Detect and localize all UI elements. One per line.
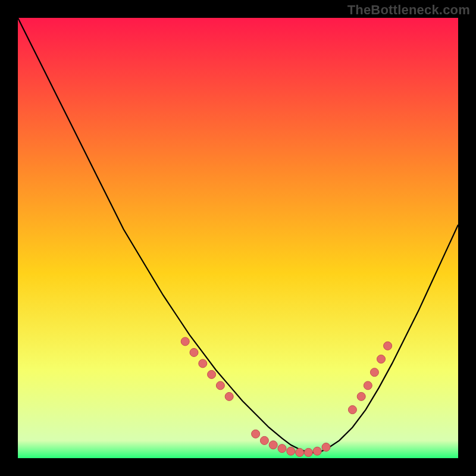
data-dot xyxy=(377,355,386,364)
chart-frame: TheBottleneck.com xyxy=(0,0,476,476)
gradient-background xyxy=(18,18,458,458)
data-dot xyxy=(260,436,268,444)
data-dot xyxy=(357,392,365,400)
data-dot xyxy=(181,337,189,346)
data-dot xyxy=(216,381,224,390)
data-dot xyxy=(190,348,198,356)
data-dot xyxy=(208,370,216,378)
plot-area xyxy=(18,18,458,458)
data-dot xyxy=(287,447,295,455)
data-dot xyxy=(278,444,286,453)
data-dot xyxy=(322,443,330,452)
data-dot xyxy=(364,381,372,390)
chart-svg xyxy=(18,18,458,458)
data-dot xyxy=(225,392,233,400)
data-dot xyxy=(384,342,392,350)
watermark-text: TheBottleneck.com xyxy=(347,2,470,18)
data-dot xyxy=(296,448,304,456)
data-dot xyxy=(269,441,277,449)
data-dot xyxy=(348,406,356,414)
data-dot xyxy=(199,359,207,368)
data-dot xyxy=(252,430,260,438)
data-dot xyxy=(304,448,312,456)
data-dot xyxy=(313,447,321,455)
data-dot xyxy=(370,368,378,377)
